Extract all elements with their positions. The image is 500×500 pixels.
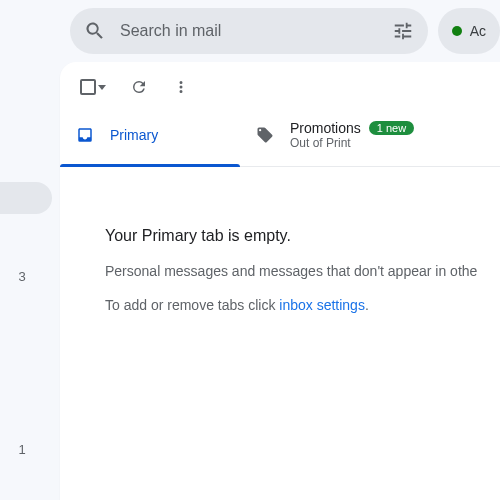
status-label: Ac (470, 23, 486, 39)
chevron-down-icon (98, 85, 106, 90)
refresh-button[interactable] (130, 78, 148, 96)
sidebar-count-1: 3 (0, 269, 60, 284)
inbox-icon (76, 126, 94, 144)
tab-promotions-label: Promotions (290, 120, 361, 136)
inbox-settings-link[interactable]: inbox settings (279, 297, 365, 313)
select-all-checkbox[interactable] (80, 79, 106, 95)
tune-icon[interactable] (392, 20, 414, 42)
status-dot-icon (452, 26, 462, 36)
status-pill[interactable]: Ac (438, 8, 500, 54)
checkbox-icon (80, 79, 96, 95)
content-panel: Primary Promotions 1 new Out of Print Yo… (60, 62, 500, 500)
tag-icon (256, 126, 274, 144)
empty-title: Your Primary tab is empty. (105, 227, 500, 245)
tabs: Primary Promotions 1 new Out of Print (60, 104, 500, 167)
empty-state: Your Primary tab is empty. Personal mess… (60, 167, 500, 313)
tab-primary-label: Primary (110, 127, 158, 143)
tab-primary[interactable]: Primary (60, 104, 240, 166)
toolbar (60, 62, 500, 104)
tab-promotions[interactable]: Promotions 1 new Out of Print (240, 104, 430, 166)
badge-new: 1 new (369, 121, 414, 135)
more-button[interactable] (172, 78, 190, 96)
empty-action: To add or remove tabs click inbox settin… (105, 297, 500, 313)
empty-action-suffix: . (365, 297, 369, 313)
search-bar[interactable]: Search in mail (70, 8, 428, 54)
sidebar-count-2: 1 (0, 442, 60, 457)
sidebar-active-item[interactable] (0, 182, 52, 214)
search-icon (84, 20, 106, 42)
sidebar: 3 1 (0, 62, 60, 500)
empty-action-prefix: To add or remove tabs click (105, 297, 279, 313)
search-placeholder: Search in mail (120, 22, 392, 40)
empty-subtitle: Personal messages and messages that don'… (105, 263, 500, 279)
tab-promotions-sub: Out of Print (290, 136, 414, 150)
